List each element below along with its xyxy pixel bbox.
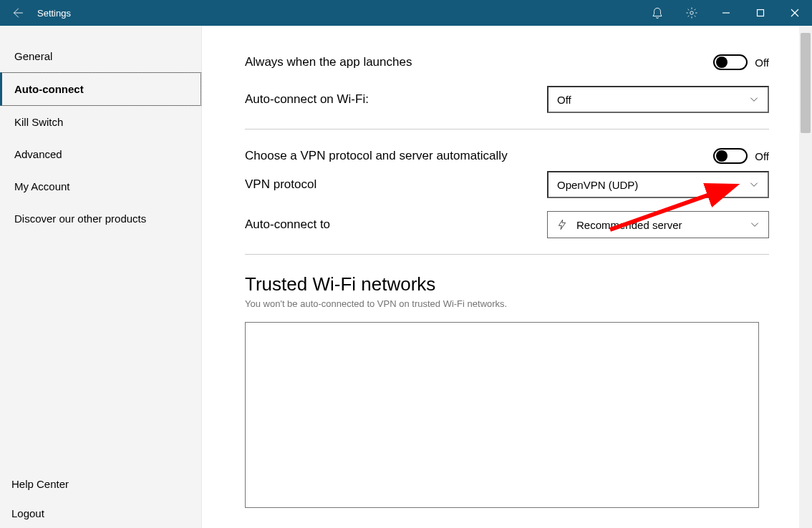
sidebar-item-kill-switch[interactable]: Kill Switch	[0, 106, 201, 138]
chevron-down-icon	[750, 220, 760, 230]
scrollbar-thumb[interactable]	[801, 33, 811, 133]
always-launch-state: Off	[755, 57, 769, 69]
protocol-label: VPN protocol	[245, 177, 316, 192]
chevron-down-icon	[749, 180, 759, 190]
chevron-down-icon	[749, 94, 759, 104]
close-icon	[791, 9, 799, 17]
connect-to-label: Auto-connect to	[245, 217, 330, 232]
sidebar-item-advanced[interactable]: Advanced	[0, 138, 201, 170]
window-title: Settings	[34, 8, 71, 19]
always-launch-toggle[interactable]	[713, 54, 748, 70]
maximize-button[interactable]	[743, 0, 778, 26]
svg-rect-2	[758, 10, 764, 16]
scrollbar-track[interactable]	[799, 26, 812, 528]
settings-button[interactable]	[675, 0, 709, 26]
trusted-networks-box[interactable]	[245, 322, 759, 508]
notifications-button[interactable]	[640, 0, 675, 26]
trusted-title: Trusted Wi-Fi networks	[245, 273, 769, 295]
minimize-icon	[722, 9, 730, 17]
sidebar: General Auto-connect Kill Switch Advance…	[0, 26, 202, 528]
auto-protocol-label: Choose a VPN protocol and server automat…	[245, 149, 508, 163]
maximize-icon	[756, 9, 765, 17]
connect-to-dropdown[interactable]: Recommended server	[547, 211, 769, 238]
sidebar-logout[interactable]: Logout	[0, 499, 201, 528]
always-launch-label: Always when the app launches	[245, 55, 412, 69]
bell-icon	[651, 6, 664, 19]
sidebar-help-center[interactable]: Help Center	[0, 469, 201, 499]
divider	[245, 254, 769, 255]
sidebar-item-general[interactable]: General	[0, 40, 201, 72]
wifi-label: Auto-connect on Wi-Fi:	[245, 92, 369, 107]
sidebar-item-auto-connect[interactable]: Auto-connect	[0, 72, 201, 106]
protocol-dropdown-value: OpenVPN (UDP)	[557, 179, 638, 191]
main-panel: Always when the app launches Off Auto-co…	[202, 26, 812, 528]
minimize-button[interactable]	[709, 0, 743, 26]
lightning-icon	[556, 219, 568, 230]
titlebar: Settings	[0, 0, 812, 26]
auto-protocol-toggle[interactable]	[713, 148, 748, 164]
sidebar-item-discover[interactable]: Discover our other products	[0, 202, 201, 235]
connect-to-dropdown-value: Recommended server	[576, 219, 682, 231]
sidebar-item-my-account[interactable]: My Account	[0, 170, 201, 202]
svg-point-0	[690, 11, 694, 15]
trusted-subtitle: You won't be auto-connected to VPN on tr…	[245, 298, 769, 309]
arrow-left-icon	[11, 6, 24, 19]
back-button[interactable]	[0, 0, 34, 26]
divider	[245, 129, 769, 129]
close-button[interactable]	[778, 0, 812, 26]
wifi-dropdown[interactable]: Off	[547, 86, 769, 113]
wifi-dropdown-value: Off	[557, 94, 571, 106]
protocol-dropdown[interactable]: OpenVPN (UDP)	[547, 171, 769, 198]
gear-icon	[685, 6, 698, 19]
auto-protocol-state: Off	[755, 150, 769, 162]
